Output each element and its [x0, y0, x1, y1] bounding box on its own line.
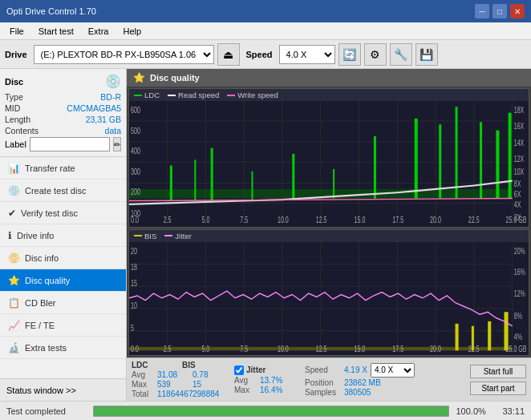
content-title: Disc quality [150, 73, 200, 83]
svg-text:18: 18 [131, 262, 137, 272]
menu-file[interactable]: File [3, 25, 30, 38]
svg-text:5: 5 [131, 323, 134, 333]
toolbar: Drive (E:) PLEXTOR BD-R PX-LB950SA 1.06 … [0, 40, 531, 69]
length-value: 23,31 GB [86, 115, 121, 124]
jitter-max-label: Max [234, 386, 257, 394]
menu-extra[interactable]: Extra [82, 25, 116, 38]
jitter-checkbox[interactable] [234, 365, 244, 375]
sidebar-item-extra-tests[interactable]: 🔬 Extra tests [0, 337, 126, 359]
mid-label: MID [5, 103, 20, 113]
eject-button[interactable]: ⏏ [217, 43, 240, 66]
svg-text:2.5: 2.5 [164, 216, 172, 224]
jitter-max-value: 16.4% [260, 386, 282, 394]
close-button[interactable]: ✕ [510, 4, 525, 18]
content-header: ⭐ Disc quality [127, 69, 531, 87]
start-full-button[interactable]: Start full [470, 365, 526, 378]
label-edit-button[interactable]: ✏ [113, 137, 121, 151]
menu-start-test[interactable]: Start test [32, 25, 80, 38]
avg-ldc: 31.08 [157, 370, 189, 379]
settings-button[interactable]: ⚙ [364, 43, 387, 66]
cd-bler-icon: 📋 [8, 297, 20, 309]
content-icon: ⭐ [133, 72, 145, 83]
disc-panel-title: Disc [5, 77, 23, 87]
svg-rect-22 [333, 169, 334, 199]
jitter-header: Jitter [246, 365, 266, 374]
status-window-button[interactable]: Status window >> [0, 378, 126, 401]
speed-select[interactable]: 4.0 X [279, 45, 335, 64]
bis-legend: BIS [134, 232, 156, 240]
titlebar: Opti Drive Control 1.70 ─ □ ✕ [0, 0, 531, 22]
sidebar-item-label: CD Bler [25, 298, 56, 308]
sidebar-item-disc-quality[interactable]: ⭐ Disc quality [0, 269, 126, 292]
svg-text:22.5: 22.5 [468, 216, 480, 224]
progress-text: 100.0% [456, 406, 496, 416]
disc-quality-icon: ⭐ [8, 275, 20, 286]
speed-position-stats: Speed 4.19 X 4.0 X Position 23862 MB Sam… [305, 363, 415, 397]
verify-disc-icon: ✔ [8, 208, 16, 219]
write-speed-legend: Write speed [227, 91, 278, 99]
sidebar-item-label: Transfer rate [25, 164, 75, 173]
svg-text:25.0 GB: 25.0 GB [506, 216, 527, 224]
contents-value: data [105, 126, 121, 135]
content-area: ⭐ Disc quality LDC Read speed [127, 69, 531, 401]
svg-text:10X: 10X [514, 168, 525, 177]
svg-text:20.0: 20.0 [430, 344, 441, 353]
read-speed-legend: Read speed [168, 91, 219, 99]
svg-text:22.5: 22.5 [468, 344, 480, 353]
drive-select[interactable]: (E:) PLEXTOR BD-R PX-LB950SA 1.06 [34, 45, 214, 64]
type-value: BD-R [100, 92, 121, 102]
speed-stat-select[interactable]: 4.0 X [371, 363, 415, 378]
svg-text:4%: 4% [514, 333, 522, 342]
window-controls: ─ □ ✕ [475, 4, 525, 18]
svg-text:6X: 6X [514, 190, 521, 200]
svg-text:12.5: 12.5 [316, 216, 327, 224]
max-bis: 15 [193, 380, 201, 389]
write-speed-legend-label: Write speed [237, 91, 278, 99]
save-button[interactable]: 💾 [415, 43, 438, 66]
svg-text:17.5: 17.5 [392, 216, 403, 224]
sidebar-item-label: Extra tests [25, 343, 67, 353]
bis-legend-dot [134, 235, 142, 236]
svg-rect-56 [129, 242, 529, 353]
svg-rect-19 [211, 148, 213, 201]
refresh-button[interactable]: 🔄 [338, 43, 361, 66]
svg-text:5.0: 5.0 [201, 216, 209, 224]
svg-text:15.0: 15.0 [355, 216, 366, 224]
sidebar-item-fe-te[interactable]: 📈 FE / TE [0, 314, 126, 337]
avg-label: Avg [132, 370, 154, 379]
svg-rect-25 [439, 124, 441, 198]
svg-rect-23 [374, 136, 376, 199]
sidebar-item-create-test-disc[interactable]: 💿 Create test disc [0, 180, 126, 202]
sidebar-item-disc-info[interactable]: 📀 Disc info [0, 247, 126, 269]
sidebar-item-cd-bler[interactable]: 📋 CD Bler [0, 292, 126, 314]
sidebar-item-verify-test-disc[interactable]: ✔ Verify test disc [0, 202, 126, 224]
position-value: 23862 MB [344, 378, 381, 387]
svg-text:0.0: 0.0 [131, 344, 139, 353]
svg-text:300: 300 [131, 168, 140, 177]
maximize-button[interactable]: □ [492, 4, 507, 18]
svg-text:5.0: 5.0 [201, 344, 209, 353]
sidebar-item-drive-info[interactable]: ℹ Drive info [0, 224, 126, 247]
start-part-button[interactable]: Start part [470, 382, 526, 395]
length-label: Length [5, 115, 30, 124]
disc-label-row: Label ✏ [5, 137, 121, 151]
menu-help[interactable]: Help [116, 25, 148, 38]
sidebar-item-transfer-rate[interactable]: 📊 Transfer rate [0, 157, 126, 180]
svg-text:20: 20 [131, 246, 137, 256]
chart2-legend: BIS Jitter [129, 230, 529, 242]
minimize-button[interactable]: ─ [475, 4, 489, 18]
ldc-col-header: LDC [132, 361, 160, 370]
svg-text:16X: 16X [514, 122, 525, 131]
charts-area: LDC Read speed Write speed [127, 87, 531, 357]
sidebar-item-label: Drive info [17, 231, 54, 240]
disc-length-row: Length 23,31 GB [5, 115, 121, 124]
ldc-chart: LDC Read speed Write speed [128, 88, 529, 228]
tool-button[interactable]: 🔧 [390, 43, 412, 66]
bis-col-header: BIS [182, 361, 196, 370]
label-input[interactable] [30, 137, 110, 151]
svg-text:17.5: 17.5 [392, 344, 403, 353]
progress-bar [94, 406, 448, 416]
svg-rect-20 [251, 172, 253, 201]
bis-legend-label: BIS [144, 232, 156, 240]
transfer-rate-icon: 📊 [8, 163, 20, 174]
